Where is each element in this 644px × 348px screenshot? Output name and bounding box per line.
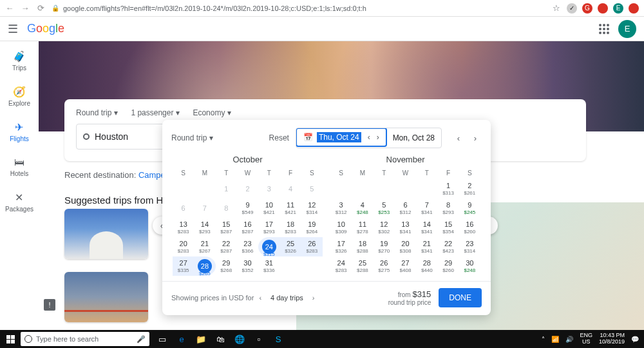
calendar-day[interactable]: 9$245: [459, 198, 480, 218]
calendar-day[interactable]: 24$315: [258, 237, 279, 256]
back-icon[interactable]: ←: [5, 4, 14, 13]
calendar-day[interactable]: 19$264: [301, 218, 323, 237]
calendar-day[interactable]: 26$283: [301, 237, 323, 256]
calendar-day[interactable]: 4$248: [352, 198, 373, 218]
sidenav-item-explore[interactable]: 🧭Explore: [8, 86, 30, 107]
trip-card[interactable]: [64, 209, 148, 259]
tray-up-icon[interactable]: ˄: [542, 336, 545, 343]
calendar-day[interactable]: 23$314: [459, 237, 480, 256]
calendar-day[interactable]: 28$440: [416, 256, 437, 276]
calendar-day[interactable]: 15$287: [216, 218, 237, 237]
calendar-day[interactable]: 25$326: [279, 237, 301, 256]
language-indicator[interactable]: ENGUS: [580, 333, 592, 345]
calendar-day[interactable]: 30$248: [459, 256, 480, 276]
calendar-day[interactable]: 6: [173, 198, 194, 218]
calendar-day[interactable]: 22$287: [216, 237, 237, 256]
calendar-day[interactable]: 28$265: [194, 256, 215, 276]
calendar-day[interactable]: 26$275: [374, 256, 395, 276]
chevron-right-icon[interactable]: ›: [377, 133, 379, 142]
calendar-day[interactable]: 16$260: [459, 218, 480, 237]
passenger-select[interactable]: 1 passenger ▾: [131, 108, 180, 117]
sidenav-item-flights[interactable]: ✈Flights: [10, 121, 28, 142]
cabin-select[interactable]: Economy ▾: [193, 108, 231, 117]
calendar-day[interactable]: 10$421: [258, 198, 279, 218]
calendar-day[interactable]: 3: [258, 179, 279, 198]
apps-grid-icon[interactable]: [599, 24, 609, 34]
calendar-day[interactable]: 12$314: [301, 198, 323, 218]
ext-icon[interactable]: G: [582, 3, 592, 14]
ext-icon[interactable]: [598, 3, 608, 14]
calendar-day[interactable]: 17$293: [258, 218, 279, 237]
calendar-day[interactable]: 16$287: [237, 218, 258, 237]
calendar-day[interactable]: 18$288: [352, 237, 373, 256]
notifications-icon[interactable]: 💬: [631, 336, 639, 343]
ext-icon[interactable]: E: [613, 3, 623, 14]
calendar-day[interactable]: 10$309: [330, 218, 352, 237]
reset-button[interactable]: Reset: [269, 133, 289, 142]
google-logo[interactable]: Google: [27, 22, 64, 35]
done-button[interactable]: DONE: [439, 288, 482, 307]
trip-card[interactable]: [64, 272, 148, 322]
skype-icon[interactable]: S: [269, 330, 287, 348]
star-icon[interactable]: ☆: [553, 3, 560, 13]
forward-icon[interactable]: →: [21, 4, 30, 13]
hamburger-icon[interactable]: ☰: [8, 22, 18, 36]
start-button[interactable]: [0, 330, 21, 348]
calendar-day[interactable]: 23$366: [237, 237, 258, 256]
sidenav-item-trips[interactable]: 🧳Trips: [12, 50, 26, 72]
calendar-day[interactable]: 21$267: [194, 237, 215, 256]
calendar-day[interactable]: 11$278: [352, 218, 373, 237]
calendar-day[interactable]: 8: [216, 198, 237, 218]
calendar-day[interactable]: 7: [194, 198, 215, 218]
calendar-day[interactable]: 1$313: [437, 179, 459, 198]
calendar-day[interactable]: 19$270: [374, 237, 395, 256]
address-bar[interactable]: 🔒 google.com/flights?hl=en#flt=/m/03l2n.…: [52, 5, 546, 12]
calendar-day[interactable]: 27$335: [173, 256, 194, 276]
calendar-day[interactable]: 13$283: [173, 218, 194, 237]
ext-icon[interactable]: ✓: [567, 3, 577, 14]
calendar-day[interactable]: 21$341: [416, 237, 437, 256]
calendar-day[interactable]: 8$293: [437, 198, 459, 218]
ext-icon[interactable]: [629, 3, 639, 14]
mic-icon[interactable]: 🎤: [137, 335, 146, 343]
network-icon[interactable]: 📶: [551, 336, 559, 343]
clock[interactable]: 10:43 PM10/8/2019: [599, 333, 625, 345]
sidenav-item-hotels[interactable]: 🛏Hotels: [10, 157, 28, 177]
calendar-day[interactable]: 29$268: [216, 256, 237, 276]
calendar-day[interactable]: 24$283: [330, 256, 352, 276]
calendar-day[interactable]: 13$341: [395, 218, 416, 237]
calendar-day[interactable]: 12$302: [374, 218, 395, 237]
calendar-day[interactable]: 11$421: [279, 198, 301, 218]
return-date-input[interactable]: Mon, Oct 28: [386, 128, 441, 148]
feedback-button[interactable]: !: [44, 299, 55, 311]
calendar-day[interactable]: 22$423: [437, 237, 459, 256]
calendar-day[interactable]: 25$288: [352, 256, 373, 276]
calendar-day[interactable]: 20$308: [395, 237, 416, 256]
depart-date-input[interactable]: 📅 Thu, Oct 24 ‹ ›: [296, 128, 387, 147]
duration-prev-icon[interactable]: ‹: [259, 294, 261, 302]
reload-icon[interactable]: ⟳: [36, 4, 45, 13]
calendar-day[interactable]: 2$261: [459, 179, 480, 198]
prev-month-button[interactable]: ‹: [452, 131, 465, 144]
calendar-day[interactable]: 2: [237, 179, 258, 198]
calendar-day[interactable]: 29$260: [437, 256, 459, 276]
taskbar-search[interactable]: Type here to search🎤: [21, 332, 149, 346]
calendar-day[interactable]: 1: [216, 179, 237, 198]
volume-icon[interactable]: 🔊: [565, 336, 573, 343]
sidenav-item-packages[interactable]: ✕Packages: [5, 191, 33, 213]
calendar-day[interactable]: 9$549: [237, 198, 258, 218]
calendar-day[interactable]: 18$283: [279, 218, 301, 237]
calendar-day[interactable]: 20$283: [173, 237, 194, 256]
chrome-icon[interactable]: 🌐: [231, 330, 249, 348]
calendar-day[interactable]: 30$352: [237, 256, 258, 276]
next-month-button[interactable]: ›: [469, 131, 482, 144]
chevron-left-icon[interactable]: ‹: [368, 133, 370, 142]
trip-type-select[interactable]: Round trip ▾: [76, 108, 118, 117]
account-avatar[interactable]: E: [618, 20, 636, 38]
calendar-day[interactable]: 5$253: [374, 198, 395, 218]
calendar-day[interactable]: 15$354: [437, 218, 459, 237]
dp-trip-type-select[interactable]: Round trip ▾: [171, 133, 213, 142]
calendar-day[interactable]: 17$326: [330, 237, 352, 256]
calendar-day[interactable]: 3$312: [330, 198, 352, 218]
store-icon[interactable]: 🛍: [211, 330, 229, 348]
